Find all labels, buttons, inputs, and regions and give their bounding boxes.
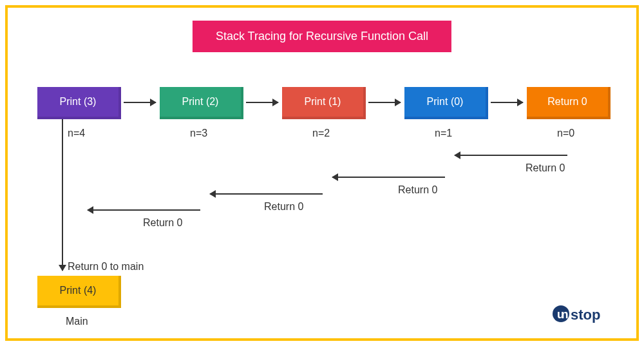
arrow-h1 xyxy=(124,102,156,103)
arrow-down-main xyxy=(62,119,63,271)
arrow-h3 xyxy=(368,102,401,103)
label-ret4: Return 0 xyxy=(143,217,182,229)
arrow-ret2 xyxy=(332,177,445,178)
label-n2: n=2 xyxy=(312,128,330,139)
arrow-h2 xyxy=(246,102,278,103)
label-main: Main xyxy=(66,316,88,327)
label-ret3: Return 0 xyxy=(264,201,303,213)
arrow-ret1 xyxy=(455,155,567,156)
box-print-0: Print (0) xyxy=(404,87,488,119)
label-n4: n=4 xyxy=(68,128,85,139)
diagram-title: Stack Tracing for Recursive Function Cal… xyxy=(193,21,451,52)
label-ret-main: Return 0 to main xyxy=(68,261,144,273)
label-ret2: Return 0 xyxy=(398,184,437,196)
svg-text:n: n xyxy=(562,308,569,321)
label-n0: n=0 xyxy=(557,128,574,139)
box-return-0: Return 0 xyxy=(527,87,611,119)
label-ret1: Return 0 xyxy=(526,162,565,174)
box-print-2: Print (2) xyxy=(160,87,243,119)
svg-text:stop: stop xyxy=(571,307,600,323)
box-print-1: Print (1) xyxy=(282,87,366,119)
arrow-ret4 xyxy=(88,209,200,211)
arrow-h4 xyxy=(491,102,523,103)
box-print-4: Print (4) xyxy=(37,276,121,308)
arrow-ret3 xyxy=(210,193,323,195)
box-print-3: Print (3) xyxy=(37,87,121,119)
label-n1: n=1 xyxy=(435,128,452,139)
label-n3: n=3 xyxy=(190,128,207,139)
logo-unstop: u n stop xyxy=(553,303,623,329)
